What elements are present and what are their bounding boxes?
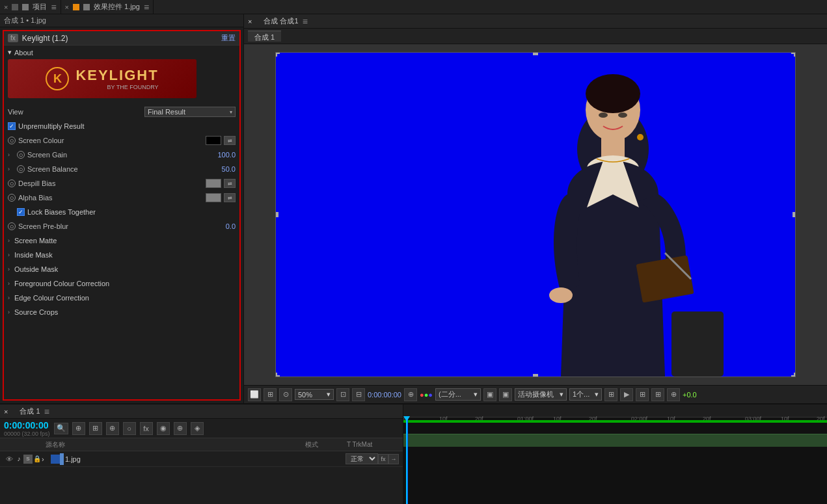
screen-colour-btn[interactable]: ⇄	[224, 136, 236, 145]
render2-btn[interactable]: ▶	[620, 388, 633, 401]
layer-arrow-btn[interactable]: →	[388, 454, 399, 464]
project-panel-tab[interactable]: × 项目 ≡	[0, 0, 61, 14]
green-work-bar	[403, 420, 827, 423]
layer-lock-btn[interactable]: 🔒	[33, 455, 42, 464]
stereo-btn[interactable]: ⊙	[279, 388, 292, 401]
screen-colour-swatch[interactable]	[206, 136, 221, 145]
outside-mask-expand: ›	[8, 266, 14, 272]
close-icon[interactable]: ×	[4, 3, 8, 11]
layer-audio-icon[interactable]: ♪	[14, 455, 23, 464]
tl-ctrl6[interactable]: ◉	[157, 422, 170, 435]
eye-icon: 👁	[6, 455, 13, 463]
effects-panel-tab[interactable]: × 效果控件 1.jpg ≡	[61, 0, 154, 14]
layer-fx-toggle[interactable]: fx	[378, 454, 388, 464]
despill-swatch[interactable]	[206, 179, 221, 188]
screen-preblur-row: ○ Screen Pre-blur 0.0	[4, 219, 239, 233]
alpha-swatch[interactable]	[206, 193, 221, 202]
tl-ctrl7[interactable]: ⊕	[174, 422, 187, 435]
audio-icon: ♪	[18, 455, 21, 462]
render-btn[interactable]: ▣	[483, 388, 496, 401]
color-icon-btn[interactable]: ● ● ●	[420, 388, 433, 401]
keylight-title: Keylight (1.2)	[22, 34, 68, 43]
fg-colour-label: Foreground Colour Correction	[14, 280, 109, 287]
layer-mode-select[interactable]: 正常	[346, 453, 378, 464]
tl-ctrl1[interactable]: ⊕	[72, 422, 85, 435]
layer-solo-btn[interactable]: S	[23, 455, 33, 464]
despill-btn[interactable]: ⇄	[224, 179, 236, 188]
outside-mask-label: Outside Mask	[14, 265, 58, 273]
tl-close-icon[interactable]: ×	[4, 408, 8, 416]
handle-top[interactable]	[533, 52, 538, 55]
view-dropdown[interactable]: Final Result ▾	[144, 107, 236, 117]
inside-mask-section[interactable]: › Inside Mask	[4, 248, 239, 262]
screen-balance-row: › ○ Screen Balance 50.0	[4, 162, 239, 176]
fg-colour-section[interactable]: › Foreground Colour Correction	[4, 276, 239, 291]
tl-menu-icon[interactable]: ≡	[44, 406, 49, 417]
keylight-logo: K KEYLIGHT BY THE FOUNDRY	[8, 59, 197, 98]
grid-btn[interactable]: ⊞	[264, 388, 277, 401]
view-mode-dropdown[interactable]: (二分... ▾	[435, 388, 481, 401]
effects-panel-menu[interactable]: ≡	[144, 2, 149, 12]
screen-balance-value[interactable]: 50.0	[222, 165, 236, 173]
fit-btn[interactable]: ⊡	[336, 388, 349, 401]
resolution-btn[interactable]: ⊟	[352, 388, 365, 401]
zoom-dropdown[interactable]: 50% ▾	[295, 389, 334, 400]
comp-tab[interactable]: 合成 1	[248, 31, 281, 42]
search-icon: 🔍	[57, 424, 66, 432]
lock-biases-checkbox[interactable]: ✓	[17, 208, 25, 216]
layer-visibility-toggle[interactable]: 👁	[4, 454, 14, 464]
lock-icon: 🔒	[33, 455, 41, 462]
svg-point-5	[549, 287, 573, 303]
logo-subtitle: BY THE FOUNDRY	[75, 84, 158, 90]
layout-btn[interactable]: ⊞	[651, 388, 664, 401]
tl-ctrl3[interactable]: ⊕	[106, 422, 119, 435]
project-panel-menu[interactable]: ≡	[51, 2, 56, 12]
bottom-section: × 合成 1 ≡ 0:00:00:00 00000 (32.00 fps) 🔍 …	[0, 403, 827, 504]
screen-preblur-value[interactable]: 0.0	[226, 222, 236, 230]
tl-ctrl4[interactable]: ○	[123, 422, 136, 435]
layer-collapse-btn[interactable]: ›	[42, 455, 51, 463]
about-toggle[interactable]: ▾ About	[8, 48, 236, 57]
handle-bottom[interactable]	[533, 374, 538, 377]
unpremultiply-row: ✓ Unpremultiply Result	[4, 119, 239, 133]
unpremultiply-checkbox[interactable]: ✓	[8, 122, 16, 130]
effects-close-icon[interactable]: ×	[65, 3, 69, 11]
comp-viewport	[244, 44, 827, 385]
timecode-main[interactable]: 0:00:00:00	[4, 420, 50, 431]
handle-right[interactable]	[793, 212, 796, 217]
reset-button[interactable]: 重置	[221, 33, 236, 43]
comp-close-icon[interactable]: ×	[248, 18, 252, 25]
source-name-header: 源名称	[46, 440, 303, 449]
screen-matte-label: Screen Matte	[14, 237, 57, 245]
search-button[interactable]: 🔍	[54, 423, 68, 434]
snapshot-btn[interactable]: ⬜	[248, 388, 261, 401]
despill-bias-label: Despill Bias	[18, 179, 203, 187]
source-crops-section[interactable]: › Source Crops	[4, 305, 239, 319]
export-btn[interactable]: ▣	[499, 388, 512, 401]
tl-ctrl8[interactable]: ◈	[191, 422, 204, 435]
handle-left[interactable]	[275, 212, 278, 217]
export2-btn[interactable]: ⊞	[636, 388, 649, 401]
edge-colour-section[interactable]: › Edge Colour Correction	[4, 291, 239, 305]
comp-menu-icon[interactable]: ≡	[303, 16, 308, 27]
alpha-bias-row: ○ Alpha Bias ⇄	[4, 191, 239, 205]
screen-matte-section[interactable]: › Screen Matte	[4, 233, 239, 248]
grid-toggle-btn[interactable]: ⊞	[604, 388, 617, 401]
playhead[interactable]	[406, 418, 407, 504]
source-crops-expand: ›	[8, 309, 14, 315]
dropdown-arrow-icon: ▾	[230, 109, 232, 115]
layer-number	[51, 455, 60, 464]
tl-ctrl2[interactable]: ⊞	[89, 422, 102, 435]
camera-btn[interactable]: ⊕	[404, 388, 417, 401]
view-count-dropdown[interactable]: 1个... ▾	[569, 388, 602, 401]
camera-dropdown[interactable]: 活动摄像机 ▾	[515, 388, 567, 401]
screen-gain-value[interactable]: 100.0	[217, 151, 236, 159]
mode-header: 模式	[305, 440, 344, 449]
alpha-btn[interactable]: ⇄	[224, 193, 236, 202]
tl-ctrl5[interactable]: fx	[140, 422, 153, 435]
edge-colour-expand: ›	[8, 295, 14, 301]
outside-mask-section[interactable]: › Outside Mask	[4, 262, 239, 276]
add-marker-btn[interactable]: ⊕	[667, 388, 680, 401]
layer-name[interactable]: 1.jpg	[65, 455, 346, 463]
offset-label: +0.0	[683, 391, 697, 399]
